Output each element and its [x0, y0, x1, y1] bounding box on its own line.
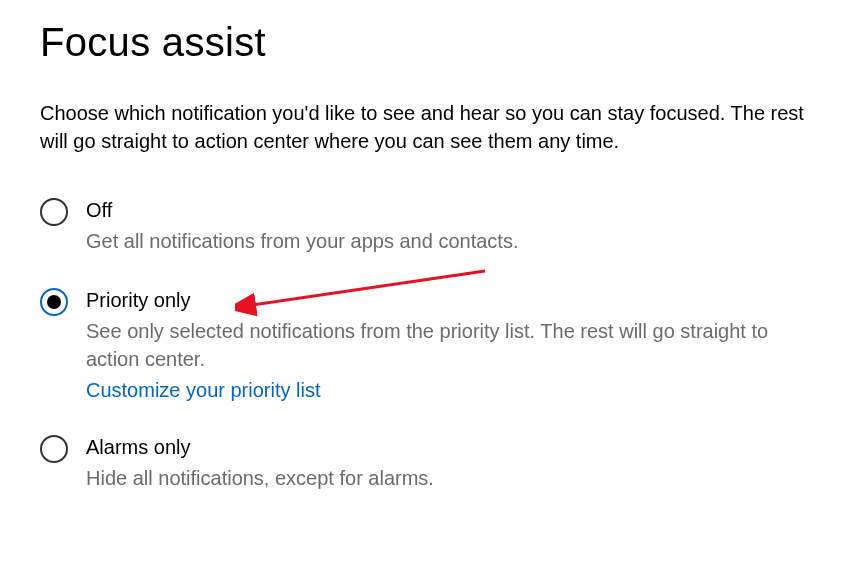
radio-button-off[interactable] — [40, 198, 68, 226]
option-label-priority: Priority only — [86, 287, 817, 313]
customize-priority-link[interactable]: Customize your priority list — [86, 379, 321, 402]
option-desc-alarms: Hide all notifications, except for alarm… — [86, 464, 817, 492]
option-content-alarms: Alarms only Hide all notifications, exce… — [86, 434, 817, 492]
intro-text: Choose which notification you'd like to … — [40, 99, 817, 155]
radio-option-alarms[interactable]: Alarms only Hide all notifications, exce… — [40, 434, 817, 492]
option-desc-off: Get all notifications from your apps and… — [86, 227, 817, 255]
radio-option-priority[interactable]: Priority only See only selected notifica… — [40, 287, 817, 402]
option-label-off: Off — [86, 197, 817, 223]
option-content-off: Off Get all notifications from your apps… — [86, 197, 817, 255]
option-content-priority: Priority only See only selected notifica… — [86, 287, 817, 402]
option-desc-priority: See only selected notifications from the… — [86, 317, 817, 373]
radio-dot-icon — [47, 295, 61, 309]
radio-button-priority[interactable] — [40, 288, 68, 316]
option-label-alarms: Alarms only — [86, 434, 817, 460]
page-title: Focus assist — [40, 20, 817, 65]
radio-button-alarms[interactable] — [40, 435, 68, 463]
focus-assist-radio-group: Off Get all notifications from your apps… — [40, 197, 817, 492]
radio-option-off[interactable]: Off Get all notifications from your apps… — [40, 197, 817, 255]
